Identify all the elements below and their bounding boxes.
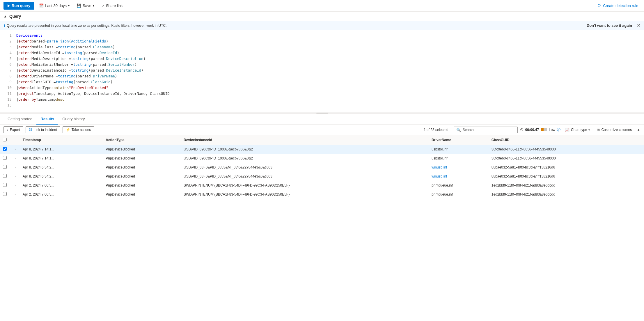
classguid-header[interactable]: ClassGUID bbox=[489, 135, 644, 145]
scroll-top-icon[interactable]: ▲ bbox=[636, 127, 641, 132]
code-editor[interactable]: 1 DeviceEvents 2 | extend parsed= parse_… bbox=[0, 30, 644, 112]
customize-columns-button[interactable]: ⊞ Customize columns bbox=[595, 127, 634, 133]
row-checkbox-2[interactable] bbox=[3, 165, 7, 169]
row-checkbox-0[interactable] bbox=[3, 147, 7, 151]
chart-type-button[interactable]: 📈 Chart type ▾ bbox=[563, 127, 592, 133]
search-input[interactable] bbox=[463, 128, 509, 132]
cell-timestamp: Apr 8, 2024 7:14:1... bbox=[20, 145, 103, 154]
cell-timestamp: Apr 8, 2024 7:14:1... bbox=[20, 154, 103, 163]
info-text: Query results are presented in your loca… bbox=[7, 24, 167, 28]
info-close-button[interactable]: ✕ bbox=[637, 23, 641, 28]
row-expand-cell[interactable]: › bbox=[10, 154, 20, 163]
row-checkbox-cell[interactable] bbox=[0, 181, 10, 190]
info-bar: ℹ Query results are presented in your lo… bbox=[0, 21, 644, 30]
expand-button[interactable]: › bbox=[13, 174, 17, 179]
row-expand-cell[interactable]: › bbox=[10, 163, 20, 172]
tab-getting-started[interactable]: Getting started bbox=[3, 114, 36, 125]
calendar-icon: 📅 bbox=[39, 3, 44, 8]
low-label: Low bbox=[549, 128, 555, 132]
results-table-body: › Apr 8, 2024 7:14:1... PnpDeviceBlocked… bbox=[0, 145, 644, 199]
table-row: › Apr 8, 2024 7:14:1... PnpDeviceBlocked… bbox=[0, 145, 644, 154]
table-row: › Apr 8, 2024 7:14:1... PnpDeviceBlocked… bbox=[0, 154, 644, 163]
cell-deviceinstanceid: USB\VID_03F0&PID_0853&MI_03\6&227844e3&0… bbox=[181, 172, 429, 181]
row-checkbox-cell[interactable] bbox=[0, 172, 10, 181]
share-label: Share link bbox=[106, 3, 123, 8]
cell-actiontype: PnpDeviceBlocked bbox=[103, 172, 181, 181]
cell-drivername: winusb.inf bbox=[429, 163, 489, 172]
query-header[interactable]: ▲ Query bbox=[0, 12, 644, 21]
row-expand-cell[interactable]: › bbox=[10, 181, 20, 190]
actions-bar: ↓ Export ⛓ Link to incident ⚡ Take actio… bbox=[0, 125, 644, 135]
take-actions-label: Take actions bbox=[72, 128, 91, 132]
drivername-header[interactable]: DriverName bbox=[429, 135, 489, 145]
row-checkbox-cell[interactable] bbox=[0, 145, 10, 154]
create-rule-label: Create detection rule bbox=[603, 3, 638, 8]
dont-want-label: Don't want to see it again bbox=[587, 23, 632, 28]
date-range-button[interactable]: 📅 Last 30 days ▾ bbox=[37, 2, 72, 9]
share-link-button[interactable]: ↗ Share link bbox=[99, 2, 125, 9]
search-box[interactable]: 🔍 bbox=[454, 127, 518, 133]
query-section: ▲ Query ℹ Query results are presented in… bbox=[0, 12, 644, 112]
tab-query-history[interactable]: Query history bbox=[58, 114, 89, 125]
clock-icon: ⏱ bbox=[520, 128, 524, 132]
table-header-row: Timestamp ActionType DeviceInstanceId Dr… bbox=[0, 135, 644, 145]
expand-button[interactable]: › bbox=[13, 156, 17, 161]
create-detection-rule-button[interactable]: 🛡 Create detection rule bbox=[595, 2, 641, 9]
table-row: › Apr 2, 2024 7:00:5... PnpDeviceBlocked… bbox=[0, 190, 644, 199]
action-icon: ⚡ bbox=[66, 128, 70, 132]
tab-results[interactable]: Results bbox=[36, 114, 58, 125]
row-expand-cell[interactable]: › bbox=[10, 145, 20, 154]
save-button[interactable]: 💾 Save ▾ bbox=[74, 2, 97, 9]
results-tabs: Getting started Results Query history bbox=[0, 114, 644, 125]
row-checkbox-cell[interactable] bbox=[0, 154, 10, 163]
results-section: Getting started Results Query history ↓ … bbox=[0, 114, 644, 224]
code-line-10: 10 | where ActionType contains "PnpDevic… bbox=[0, 85, 644, 91]
detection-icon: 🛡 bbox=[597, 3, 601, 8]
expand-button[interactable]: › bbox=[13, 183, 17, 188]
row-expand-cell[interactable]: › bbox=[10, 190, 20, 199]
select-all-checkbox[interactable] bbox=[3, 138, 7, 141]
link-incident-label: Link to incident bbox=[34, 128, 57, 132]
info-circle-icon: ⓘ bbox=[557, 127, 560, 132]
code-line-4: 4 | extend MediaDeviceId = tostring (par… bbox=[0, 50, 644, 56]
row-checkbox-1[interactable] bbox=[3, 156, 7, 160]
cell-actiontype: PnpDeviceBlocked bbox=[103, 163, 181, 172]
cell-drivername: usbstor.inf bbox=[429, 145, 489, 154]
deviceinstanceid-header[interactable]: DeviceInstanceId bbox=[181, 135, 429, 145]
cell-classguid: 88bae032-5a81-49f0-bc3d-a4ff138216d6 bbox=[489, 163, 644, 172]
cell-timestamp: Apr 2, 2024 7:00:5... bbox=[20, 190, 103, 199]
cell-deviceinstanceid: USB\VID_090C&PID_1000\5&ecb7860&0&2 bbox=[181, 145, 429, 154]
toolbar: Run query 📅 Last 30 days ▾ 💾 Save ▾ ↗ Sh… bbox=[0, 0, 644, 12]
table-row: › Apr 2, 2024 7:00:5... PnpDeviceBlocked… bbox=[0, 181, 644, 190]
selected-count: 1 of 28 selected bbox=[424, 128, 448, 132]
select-all-header[interactable] bbox=[0, 135, 10, 145]
expand-button[interactable]: › bbox=[13, 192, 17, 197]
row-checkbox-4[interactable] bbox=[3, 183, 7, 187]
actiontype-header[interactable]: ActionType bbox=[103, 135, 181, 145]
cell-deviceinstanceid: SWD\PRINTENUM\{BBCA1F83-54DF-49FD-99C3-F… bbox=[181, 190, 429, 199]
row-checkbox-cell[interactable] bbox=[0, 190, 10, 199]
export-button[interactable]: ↓ Export bbox=[3, 126, 23, 133]
cell-drivername: usbstor.inf bbox=[429, 154, 489, 163]
cell-actiontype: PnpDeviceBlocked bbox=[103, 154, 181, 163]
row-checkbox-3[interactable] bbox=[3, 174, 7, 178]
link-to-incident-button[interactable]: ⛓ Link to incident bbox=[26, 126, 60, 133]
perf-bar-orange bbox=[541, 128, 544, 131]
row-checkbox-cell[interactable] bbox=[0, 163, 10, 172]
row-expand-cell[interactable]: › bbox=[10, 172, 20, 181]
code-line-2: 2 | extend parsed= parse_json ( Addition… bbox=[0, 38, 644, 44]
row-checkbox-5[interactable] bbox=[3, 192, 7, 196]
expand-button[interactable]: › bbox=[13, 165, 17, 170]
cell-actiontype: PnpDeviceBlocked bbox=[103, 145, 181, 154]
take-actions-button[interactable]: ⚡ Take actions bbox=[63, 126, 94, 133]
code-line-3: 3 | extend MediaClass = tostring (parsed… bbox=[0, 44, 644, 50]
link-icon: ⛓ bbox=[29, 128, 32, 132]
timestamp-header[interactable]: Timestamp bbox=[20, 135, 103, 145]
cell-classguid: 88bae032-5a81-49f0-bc3d-a4ff138216d6 bbox=[489, 172, 644, 181]
export-label: Export bbox=[10, 128, 20, 132]
cell-drivername: printqueue.inf bbox=[429, 190, 489, 199]
expand-button[interactable]: › bbox=[13, 147, 17, 152]
query-title: Query bbox=[9, 14, 21, 19]
run-query-button[interactable]: Run query bbox=[3, 2, 34, 10]
results-table-container[interactable]: Timestamp ActionType DeviceInstanceId Dr… bbox=[0, 135, 644, 224]
